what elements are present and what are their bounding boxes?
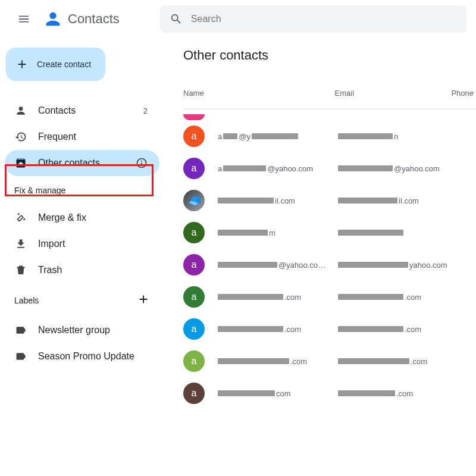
main-menu-button[interactable] <box>10 5 38 33</box>
table-row[interactable]: aa@yahoo.com@yahoo.com <box>183 152 476 184</box>
col-header-email[interactable]: Email <box>335 89 452 98</box>
sidebar: Create contact Contacts 2 Frequent Other… <box>0 38 167 409</box>
sidebar-item-other-contacts[interactable]: Other contacts <box>5 150 159 176</box>
hamburger-icon <box>17 12 30 26</box>
download-icon <box>15 238 27 250</box>
table-row[interactable]: am <box>183 217 476 249</box>
sidebar-item-label: Trash <box>38 265 62 275</box>
sidebar-item-contacts[interactable]: Contacts 2 <box>5 98 159 124</box>
avatar: a <box>183 254 205 275</box>
main-panel: Other contacts Name Email Phone aa@ynaa@… <box>167 38 476 409</box>
person-icon <box>15 105 27 117</box>
search-input[interactable] <box>191 14 457 24</box>
fix-manage-heading: Fix & manage <box>5 176 159 202</box>
create-contact-button[interactable]: Create contact <box>6 48 105 81</box>
table-row[interactable]: acom.com <box>183 377 476 409</box>
avatar <box>183 190 205 211</box>
avatar: a <box>183 222 205 243</box>
sidebar-item-label: Frequent <box>38 131 76 142</box>
create-contact-label: Create contact <box>37 60 91 69</box>
sidebar-item-label: Import <box>38 239 65 249</box>
label-item[interactable]: Season Promo Update <box>5 343 159 369</box>
trash-icon <box>15 264 27 276</box>
sidebar-item-merge-fix[interactable]: Merge & fix <box>5 205 159 231</box>
app-title: Contacts <box>68 11 120 27</box>
archive-icon <box>15 157 27 169</box>
search-bar[interactable] <box>160 5 466 33</box>
sidebar-item-label: Other contacts <box>38 158 100 168</box>
avatar: a <box>183 318 205 340</box>
col-header-name[interactable]: Name <box>183 89 335 98</box>
labels-list: Newsletter group Season Promo Update <box>5 317 159 369</box>
labels-heading-text: Labels <box>14 296 39 305</box>
wand-icon <box>15 212 27 224</box>
table-row[interactable]: a.com.com <box>183 281 476 313</box>
avatar: a <box>183 383 205 404</box>
table-row[interactable]: a@yahoo.co…yahoo.com <box>183 249 476 281</box>
avatar: a <box>183 286 205 308</box>
labels-heading: Labels <box>5 283 159 315</box>
col-header-phone[interactable]: Phone <box>451 89 476 98</box>
history-icon <box>15 131 27 143</box>
app-header: Contacts <box>0 0 476 38</box>
contacts-count: 2 <box>143 107 148 115</box>
sidebar-item-label: Contacts <box>38 105 76 116</box>
avatar: a <box>183 158 205 179</box>
app-logo[interactable]: Contacts <box>43 9 120 29</box>
avatar-sliver <box>183 114 205 120</box>
sidebar-item-trash[interactable]: Trash <box>5 257 159 283</box>
sidebar-item-label: Season Promo Update <box>38 351 134 362</box>
table-row[interactable]: il.comil.com <box>183 184 476 217</box>
table-row[interactable]: aa@yn <box>183 120 476 152</box>
info-button[interactable] <box>136 157 148 169</box>
label-item[interactable]: Newsletter group <box>5 317 159 343</box>
contacts-logo-icon <box>43 9 63 29</box>
sidebar-item-label: Newsletter group <box>38 325 110 336</box>
sidebar-item-import[interactable]: Import <box>5 231 159 257</box>
info-icon <box>136 157 148 169</box>
sidebar-item-label: Merge & fix <box>38 212 86 223</box>
table-header: Name Email Phone <box>183 77 476 109</box>
label-icon <box>15 324 27 336</box>
label-icon <box>15 350 27 362</box>
contacts-table: Name Email Phone aa@ynaa@yahoo.com@yahoo… <box>183 77 476 409</box>
partial-row <box>183 109 476 120</box>
search-icon <box>170 12 183 26</box>
create-label-button[interactable] <box>137 293 150 308</box>
table-row[interactable]: a.com.com <box>183 345 476 377</box>
plus-icon <box>15 58 29 71</box>
table-row[interactable]: a.com.com <box>183 313 476 345</box>
avatar: a <box>183 126 205 147</box>
sidebar-item-frequent[interactable]: Frequent <box>5 124 159 150</box>
avatar: a <box>183 350 205 372</box>
plus-icon <box>137 293 150 306</box>
page-title: Other contacts <box>183 48 476 63</box>
table-body: aa@ynaa@yahoo.com@yahoo.comil.comil.coma… <box>183 120 476 409</box>
